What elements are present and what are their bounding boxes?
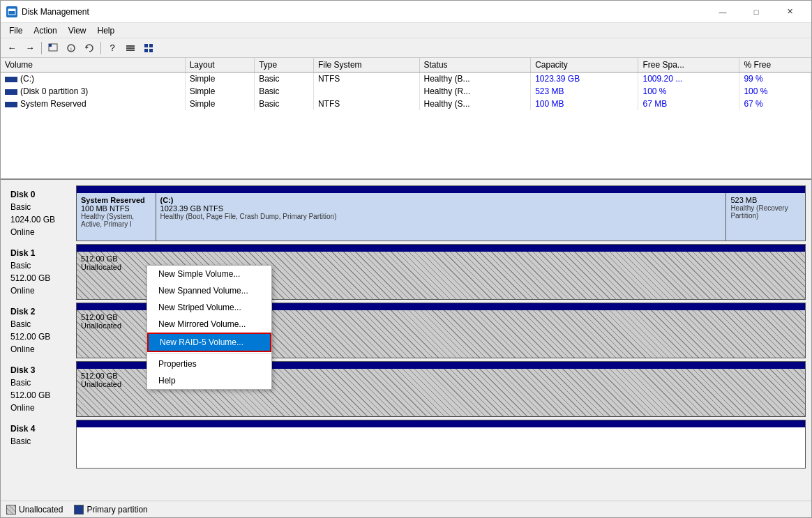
legend-primary-label: Primary partition xyxy=(87,505,147,515)
table-row[interactable]: (C:) Simple Basic NTFS Healthy (B... 102… xyxy=(1,73,811,86)
disk-name: Disk 0 xyxy=(10,188,72,201)
cell-volume: (Disk 0 partition 3) xyxy=(1,85,185,98)
disk-type: Basic xyxy=(10,318,72,330)
table-row[interactable]: System Reserved Simple Basic NTFS Health… xyxy=(1,98,811,110)
context-menu-item[interactable]: New Spanned Volume... xyxy=(147,282,271,299)
disk-partitions: System Reserved 100 MB NTFS Healthy (Sys… xyxy=(76,185,806,241)
cell-free: 1009.20 ... xyxy=(638,73,739,86)
svg-rect-11 xyxy=(149,44,153,47)
toolbar: ← → i ? xyxy=(1,38,811,58)
toolbar-back[interactable]: ← xyxy=(3,40,20,56)
disk-row: Disk 4 Basic xyxy=(6,420,806,469)
toolbar-forward[interactable]: → xyxy=(22,40,38,56)
col-header-type[interactable]: Type xyxy=(255,58,314,73)
svg-text:i: i xyxy=(70,46,72,52)
cell-free: 100 % xyxy=(638,85,739,98)
disk-row: Disk 3 Basic 512.00 GB Online512.00 GB U… xyxy=(6,361,806,417)
toolbar-sep-1 xyxy=(41,42,42,54)
toolbar-up[interactable] xyxy=(45,40,61,56)
cell-pct: 100 % xyxy=(739,85,811,98)
legend-unallocated: Unallocated xyxy=(6,505,63,515)
cell-volume: (C:) xyxy=(1,73,185,86)
context-menu-item[interactable]: Help xyxy=(147,372,271,389)
svg-rect-13 xyxy=(149,49,153,52)
menu-action[interactable]: Action xyxy=(28,24,62,37)
partition[interactable]: (C:) 1023.39 GB NTFS Healthy (Boot, Page… xyxy=(156,186,727,241)
status-bar: Unallocated Primary partition xyxy=(1,501,811,517)
cell-pct: 67 % xyxy=(739,98,811,110)
partition[interactable]: 523 MB Healthy (Recovery Partition) xyxy=(726,186,805,241)
disk-partitions-empty xyxy=(76,420,806,469)
window-title: Disk Management xyxy=(22,7,89,17)
col-header-fs[interactable]: File System xyxy=(313,58,419,73)
context-menu-item[interactable]: New Mirrored Volume... xyxy=(147,316,271,333)
disk-name: Disk 1 xyxy=(10,247,72,259)
context-menu-item[interactable]: Properties xyxy=(147,356,271,372)
part-name: System Reserved xyxy=(81,196,151,204)
cell-capacity: 100 MB xyxy=(531,98,638,110)
part-size: 512.00 GB xyxy=(81,254,801,263)
partition[interactable]: System Reserved 100 MB NTFS Healthy (Sys… xyxy=(77,186,156,241)
legend-unallocated-label: Unallocated xyxy=(19,505,63,515)
menu-file[interactable]: File xyxy=(3,24,28,37)
context-menu-item[interactable]: New Simple Volume... xyxy=(147,266,271,282)
disk-label: Disk 2 Basic 512.00 GB Online xyxy=(6,303,76,358)
disk-label: Disk 1 Basic 512.00 GB Online xyxy=(6,244,76,300)
window-icon xyxy=(6,6,17,17)
part-status: Healthy (Boot, Page File, Crash Dump, Pr… xyxy=(160,213,722,220)
context-menu-item[interactable]: New RAID-5 Volume... xyxy=(147,333,271,352)
col-header-pct[interactable]: % Free xyxy=(739,58,811,73)
cell-pct: 99 % xyxy=(739,73,811,86)
part-status: Healthy (System, Active, Primary I xyxy=(81,213,151,228)
toolbar-refresh[interactable] xyxy=(81,40,98,56)
part-name: (C:) xyxy=(160,196,722,204)
svg-rect-8 xyxy=(126,47,135,49)
disk-status: Online xyxy=(10,226,72,238)
legend-unallocated-box xyxy=(6,505,16,515)
disk-label: Disk 3 Basic 512.00 GB Online xyxy=(6,361,76,417)
close-button[interactable]: ✕ xyxy=(774,1,806,23)
col-header-capacity[interactable]: Capacity xyxy=(531,58,638,73)
toolbar-help[interactable]: ? xyxy=(104,40,121,56)
cell-layout: Simple xyxy=(185,73,255,86)
maximize-button[interactable]: □ xyxy=(740,1,772,23)
menu-help[interactable]: Help xyxy=(92,24,121,37)
svg-rect-12 xyxy=(144,49,148,52)
disk-row: Disk 1 Basic 512.00 GB Online512.00 GB U… xyxy=(6,244,806,300)
disk-status: Online xyxy=(10,402,72,414)
context-menu: New Simple Volume...New Spanned Volume..… xyxy=(146,265,272,390)
cell-status: Healthy (B... xyxy=(419,73,531,86)
title-buttons: — □ ✕ xyxy=(707,1,806,23)
context-menu-item[interactable]: New Striped Volume... xyxy=(147,299,271,316)
toolbar-properties[interactable]: i xyxy=(63,40,80,56)
legend-primary: Primary partition xyxy=(74,505,147,515)
toolbar-extra2[interactable] xyxy=(140,40,157,56)
volume-table-container: Volume Layout Type File System Status Ca… xyxy=(1,58,811,180)
cell-type: Basic xyxy=(255,85,314,98)
disk-label: Disk 4 Basic xyxy=(6,420,76,469)
col-header-layout[interactable]: Layout xyxy=(185,58,255,73)
disk-size: 1024.00 GB xyxy=(10,213,72,226)
disk-name: Disk 4 xyxy=(10,422,72,435)
toolbar-extra1[interactable] xyxy=(122,40,139,56)
cell-capacity: 1023.39 GB xyxy=(531,73,638,86)
main-content: Volume Layout Type File System Status Ca… xyxy=(1,58,811,501)
volume-table: Volume Layout Type File System Status Ca… xyxy=(1,58,811,110)
col-header-free[interactable]: Free Spa... xyxy=(638,58,739,73)
cell-fs: NTFS xyxy=(313,98,419,110)
cell-capacity: 523 MB xyxy=(531,85,638,98)
disk-status: Online xyxy=(10,284,72,297)
cell-type: Basic xyxy=(255,73,314,86)
table-row[interactable]: (Disk 0 partition 3) Simple Basic Health… xyxy=(1,85,811,98)
minimize-button[interactable]: — xyxy=(707,1,739,23)
col-header-status[interactable]: Status xyxy=(419,58,531,73)
cell-status: Healthy (R... xyxy=(419,85,531,98)
title-bar-left: Disk Management xyxy=(6,6,89,17)
svg-rect-7 xyxy=(126,45,135,47)
context-menu-separator xyxy=(147,353,271,354)
title-bar: Disk Management — □ ✕ xyxy=(1,1,811,23)
menu-view[interactable]: View xyxy=(63,24,92,37)
disk-name: Disk 3 xyxy=(10,364,72,376)
col-header-volume[interactable]: Volume xyxy=(1,58,185,73)
main-window: Disk Management — □ ✕ File Action View H… xyxy=(0,0,812,518)
